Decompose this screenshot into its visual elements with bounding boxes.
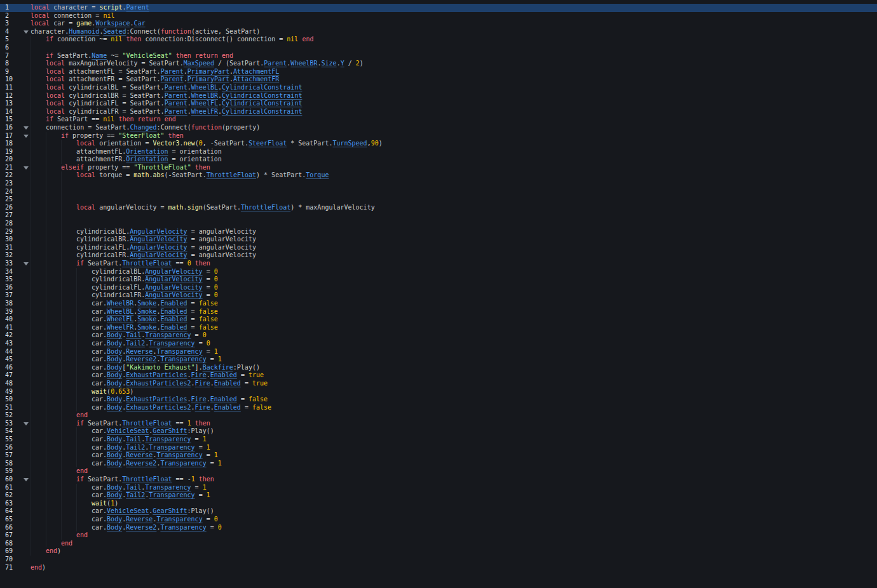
gutter-cell[interactable]: 11	[0, 84, 31, 92]
gutter-cell[interactable]: 54	[0, 427, 31, 436]
line-number[interactable]: 60	[0, 476, 22, 484]
line-number[interactable]: 2	[0, 12, 22, 20]
line-number[interactable]: 33	[0, 260, 22, 268]
line-number[interactable]: 29	[0, 228, 22, 236]
line-number[interactable]: 36	[0, 284, 22, 292]
gutter-cell[interactable]: 63	[0, 500, 31, 508]
gutter-cell[interactable]: 65	[0, 516, 31, 524]
code-line[interactable]: 33if SeatPart.ThrottleFloat == 0 then	[0, 260, 877, 268]
code-line[interactable]: 16connection = SeatPart.Changed:Connect(…	[0, 124, 877, 132]
line-number[interactable]: 22	[0, 171, 22, 180]
line-number[interactable]: 64	[0, 507, 22, 516]
code-line[interactable]: 17if property == "SteerFloat" then	[0, 132, 877, 140]
code-line[interactable]: 48car.Body.ExhaustParticles2.Fire.Enable…	[0, 380, 877, 388]
gutter-cell[interactable]: 35	[0, 276, 31, 284]
gutter-cell[interactable]: 56	[0, 444, 31, 452]
fold-arrow-icon[interactable]	[22, 28, 31, 36]
gutter-cell[interactable]: 69	[0, 547, 31, 556]
gutter-cell[interactable]: 16	[0, 124, 31, 132]
line-number[interactable]: 7	[0, 52, 22, 60]
code-line[interactable]: 29cylindricalBL.AngularVelocity = angula…	[0, 228, 877, 236]
gutter-cell[interactable]: 67	[0, 531, 31, 540]
gutter-cell[interactable]: 51	[0, 404, 31, 412]
line-number[interactable]: 52	[0, 411, 22, 420]
code-line[interactable]: 32cylindricalFR.AngularVelocity = angula…	[0, 251, 877, 260]
code-line[interactable]: 30cylindricalBR.AngularVelocity = angula…	[0, 236, 877, 244]
gutter-cell[interactable]: 18	[0, 140, 31, 148]
code-line[interactable]: 2local connection = nil	[0, 12, 877, 20]
gutter-cell[interactable]: 6	[0, 44, 31, 52]
gutter-cell[interactable]: 57	[0, 451, 31, 460]
code-line[interactable]: 1local character = script.Parent	[0, 4, 877, 12]
code-line[interactable]: 3local car = game.Workspace.Car	[0, 20, 877, 28]
code-line[interactable]: 4character.Humanoid.Seated:Connect(funct…	[0, 28, 877, 36]
code-line[interactable]: 37cylindricalFR.AngularVelocity = 0	[0, 291, 877, 300]
gutter-cell[interactable]: 2	[0, 12, 31, 20]
gutter-cell[interactable]: 39	[0, 308, 31, 316]
code-line[interactable]: 51car.Body.ExhaustParticles2.Fire.Enable…	[0, 404, 877, 412]
line-number[interactable]: 70	[0, 556, 22, 564]
line-number[interactable]: 21	[0, 164, 22, 172]
gutter-cell[interactable]: 10	[0, 76, 31, 84]
gutter-cell[interactable]: 26	[0, 204, 31, 212]
fold-arrow-icon[interactable]	[22, 260, 31, 268]
code-line[interactable]: 42car.Body.Tail.Transparency = 0	[0, 331, 877, 340]
gutter-cell[interactable]: 50	[0, 396, 31, 404]
gutter-cell[interactable]: 31	[0, 244, 31, 252]
gutter-cell[interactable]: 41	[0, 324, 31, 332]
code-line[interactable]: 31cylindricalFL.AngularVelocity = angula…	[0, 244, 877, 252]
code-line[interactable]: 52end	[0, 411, 877, 420]
gutter-cell[interactable]: 62	[0, 491, 31, 500]
line-number[interactable]: 42	[0, 331, 22, 340]
code-line[interactable]: 63wait(1)	[0, 500, 877, 508]
line-number[interactable]: 17	[0, 132, 22, 140]
gutter-cell[interactable]: 5	[0, 36, 31, 44]
gutter-cell[interactable]: 42	[0, 331, 31, 340]
code-line[interactable]: 47car.Body.ExhaustParticles.Fire.Enabled…	[0, 371, 877, 380]
gutter-cell[interactable]: 32	[0, 251, 31, 260]
code-line[interactable]: 68end	[0, 540, 877, 548]
line-number[interactable]: 27	[0, 211, 22, 220]
line-number[interactable]: 30	[0, 236, 22, 244]
gutter-cell[interactable]: 55	[0, 436, 31, 444]
gutter-cell[interactable]: 60	[0, 476, 31, 484]
gutter-cell[interactable]: 34	[0, 268, 31, 276]
line-number[interactable]: 11	[0, 84, 22, 92]
code-line[interactable]: 7if SeatPart.Name ~= "VehicleSeat" then …	[0, 52, 877, 60]
gutter-cell[interactable]: 52	[0, 411, 31, 420]
code-line[interactable]: 62car.Body.Tail2.Transparency = 1	[0, 491, 877, 500]
line-number[interactable]: 46	[0, 364, 22, 372]
line-number[interactable]: 41	[0, 324, 22, 332]
gutter-cell[interactable]: 49	[0, 388, 31, 396]
gutter-cell[interactable]: 38	[0, 300, 31, 308]
code-line[interactable]: 58car.Body.Reverse2.Transparency = 1	[0, 460, 877, 468]
code-line[interactable]: 20attachmentFR.Orientation = orientation	[0, 156, 877, 164]
line-number[interactable]: 62	[0, 491, 22, 500]
code-line[interactable]: 70	[0, 556, 877, 564]
code-line[interactable]: 11local cylindricalBL = SeatPart.Parent.…	[0, 84, 877, 92]
line-number[interactable]: 68	[0, 540, 22, 548]
line-number[interactable]: 34	[0, 268, 22, 276]
gutter-cell[interactable]: 48	[0, 380, 31, 388]
line-number[interactable]: 13	[0, 100, 22, 108]
line-number[interactable]: 71	[0, 564, 22, 572]
line-number[interactable]: 65	[0, 516, 22, 524]
gutter-cell[interactable]: 25	[0, 196, 31, 204]
gutter-cell[interactable]: 40	[0, 316, 31, 324]
gutter-cell[interactable]: 70	[0, 556, 31, 564]
code-line[interactable]: 54car.VehicleSeat.GearShift:Play()	[0, 427, 877, 436]
code-line[interactable]: 9local attachmentFL = SeatPart.Parent.Pr…	[0, 68, 877, 76]
gutter-cell[interactable]: 36	[0, 284, 31, 292]
gutter-cell[interactable]: 37	[0, 291, 31, 300]
code-line[interactable]: 15if SeatPart == nil then return end	[0, 116, 877, 124]
gutter-cell[interactable]: 9	[0, 68, 31, 76]
gutter-cell[interactable]: 68	[0, 540, 31, 548]
gutter-cell[interactable]: 45	[0, 356, 31, 364]
gutter-cell[interactable]: 58	[0, 460, 31, 468]
gutter-cell[interactable]: 17	[0, 132, 31, 140]
gutter-cell[interactable]: 71	[0, 564, 31, 572]
gutter-cell[interactable]: 33	[0, 260, 31, 268]
code-line[interactable]: 59end	[0, 467, 877, 476]
line-number[interactable]: 51	[0, 404, 22, 412]
code-line[interactable]: 28	[0, 220, 877, 228]
